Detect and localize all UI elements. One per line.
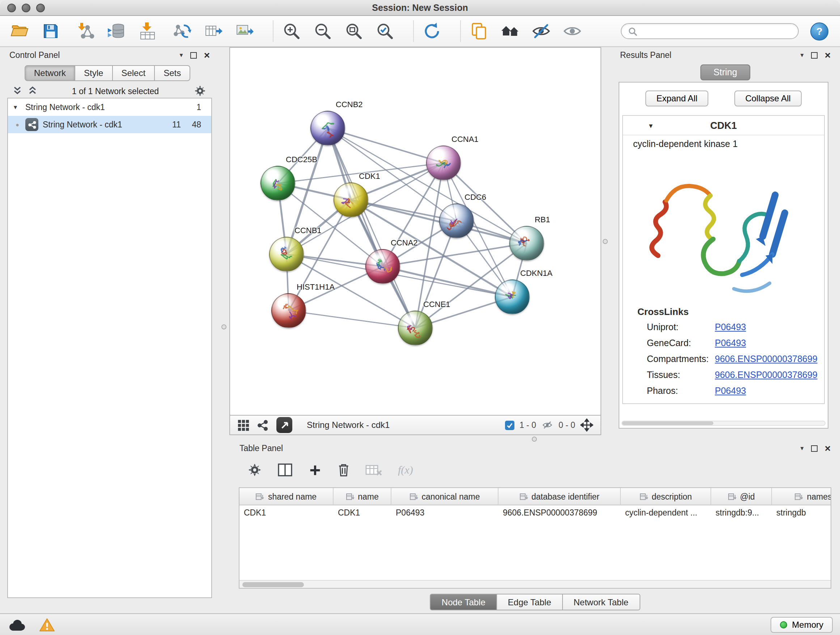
copy-button[interactable] — [467, 19, 491, 43]
splitter-handle[interactable] — [532, 437, 537, 442]
close-panel-icon[interactable]: × — [825, 50, 831, 60]
network-node-cdkn1a[interactable] — [495, 279, 530, 314]
refresh-button[interactable] — [420, 19, 444, 43]
show-all-button[interactable] — [560, 19, 584, 43]
expand-all-button[interactable]: Expand All — [645, 90, 708, 106]
splitter-handle[interactable] — [221, 325, 226, 329]
collapse-panel-icon[interactable]: ▾ — [801, 52, 804, 58]
float-panel-icon[interactable] — [190, 52, 197, 58]
network-node-ccnb1[interactable] — [269, 237, 304, 272]
tab-network[interactable]: Network — [25, 65, 75, 81]
collapse-panel-icon[interactable]: ▾ — [180, 52, 183, 58]
window-close-button[interactable] — [7, 3, 16, 12]
network-node-cdc6[interactable] — [439, 203, 474, 238]
column-header[interactable]: @id — [711, 488, 772, 505]
table-horizontal-scrollbar[interactable] — [240, 580, 831, 588]
tab-network-table[interactable]: Network Table — [563, 594, 640, 610]
section-disclosure-icon[interactable]: ▾ — [649, 121, 653, 129]
import-network-file-button[interactable] — [73, 19, 98, 43]
warnings-button[interactable] — [39, 617, 55, 632]
network-node-cdk1[interactable] — [333, 182, 368, 217]
cloud-status-button[interactable] — [7, 618, 26, 631]
string-results-tab[interactable]: String — [700, 65, 750, 80]
network-collection-row[interactable]: ▾ String Network - cdk1 1 — [8, 98, 211, 116]
gear-icon[interactable] — [194, 85, 206, 97]
export-network-button[interactable] — [170, 19, 195, 43]
hide-selected-button[interactable] — [529, 19, 554, 43]
annotation-mode-button[interactable] — [276, 417, 292, 433]
window-zoom-button[interactable] — [36, 3, 45, 12]
tab-edge-table[interactable]: Edge Table — [497, 594, 563, 610]
network-node-ccna1[interactable] — [426, 146, 461, 180]
export-image-icon — [235, 22, 254, 41]
network-item-row[interactable]: ● String Network - cdk1 11 48 — [8, 116, 211, 133]
export-table-button[interactable] — [201, 19, 226, 43]
float-panel-icon[interactable] — [811, 52, 818, 58]
search-input[interactable] — [642, 26, 791, 36]
network-node-ccnb2[interactable] — [310, 111, 345, 146]
network-node-label: CCNE1 — [423, 300, 450, 309]
network-node-hist1h1a[interactable] — [271, 293, 306, 328]
save-session-button[interactable] — [38, 19, 63, 43]
column-header[interactable]: database identifier — [499, 488, 621, 505]
crosslink-link[interactable]: 9606.ENSP00000378699 — [715, 354, 818, 364]
zoom-out-button[interactable] — [310, 19, 335, 43]
crosslink-link[interactable]: P06493 — [715, 322, 746, 333]
collapse-all-icon[interactable] — [28, 86, 37, 96]
window-minimize-button[interactable] — [22, 3, 30, 12]
memory-button[interactable]: Memory — [770, 616, 833, 632]
share-network-button[interactable] — [257, 419, 269, 431]
import-network-database-button[interactable] — [104, 19, 129, 43]
network-node-ccna2[interactable] — [365, 249, 400, 284]
open-session-button[interactable] — [7, 19, 32, 43]
zoom-fit-button[interactable] — [341, 19, 366, 43]
table-settings-button[interactable] — [248, 463, 262, 477]
pan-move-icon[interactable] — [580, 418, 593, 432]
close-panel-icon[interactable]: × — [825, 443, 831, 453]
crosslink-link[interactable]: 9606.ENSP00000378699 — [715, 370, 818, 380]
network-tree: ▾ String Network - cdk1 1 ● String Netwo… — [7, 98, 212, 598]
selected-checkbox-icon[interactable] — [505, 420, 515, 430]
network-node-rb1[interactable] — [509, 226, 544, 261]
help-button[interactable]: ? — [810, 22, 829, 40]
crosslink-link[interactable]: P06493 — [715, 386, 746, 396]
tab-style[interactable]: Style — [75, 65, 112, 81]
splitter-handle[interactable] — [603, 239, 608, 244]
birdseye-view-button[interactable] — [237, 419, 249, 431]
delete-table-button[interactable] — [365, 463, 383, 477]
zoom-selected-button[interactable] — [373, 19, 397, 43]
column-header[interactable]: name — [333, 488, 392, 505]
float-panel-icon[interactable] — [811, 445, 818, 451]
tab-node-table[interactable]: Node Table — [430, 594, 497, 610]
column-header[interactable]: namespace — [772, 488, 831, 505]
zoom-in-button[interactable] — [279, 19, 304, 43]
expand-all-icon[interactable] — [13, 86, 22, 96]
column-header[interactable]: shared name — [240, 488, 333, 505]
protein-structure-thumbnail — [316, 116, 341, 142]
function-builder-button[interactable]: f(x) — [398, 464, 413, 476]
table-row[interactable]: CDK1 CDK1 P06493 9606.ENSP00000378699 cy… — [240, 505, 831, 521]
close-panel-icon[interactable]: × — [204, 50, 210, 60]
column-header[interactable]: description — [621, 488, 711, 505]
create-column-button[interactable] — [308, 463, 322, 477]
crosslink-link[interactable]: P06493 — [715, 338, 746, 348]
export-image-button[interactable] — [232, 19, 257, 43]
tab-sets[interactable]: Sets — [155, 65, 190, 81]
show-columns-button[interactable] — [277, 463, 293, 477]
column-header[interactable]: canonical name — [392, 488, 499, 505]
control-panel: Control Panel ▾ × Network Style Select S… — [4, 48, 215, 613]
home-button[interactable] — [498, 19, 523, 43]
network-node-cdc25b[interactable] — [261, 166, 295, 201]
tree-disclosure-icon[interactable]: ▾ — [14, 103, 21, 111]
results-horizontal-scrollbar[interactable] — [622, 421, 826, 426]
protein-section-header[interactable]: ▾ CDK1 — [623, 116, 824, 135]
delete-column-button[interactable] — [337, 463, 350, 477]
network-node-label: HIST1H1A — [297, 282, 335, 291]
collapse-all-button[interactable]: Collapse All — [734, 90, 801, 106]
network-node-ccne1[interactable] — [398, 310, 433, 345]
node-table[interactable]: shared name name canonical name database… — [239, 487, 831, 589]
network-canvas[interactable]: CCNB2CCNA1CDC25BCDK1CDC6RB1CCNB1CCNA2CDK… — [229, 47, 601, 416]
import-table-button[interactable] — [135, 19, 160, 43]
collapse-panel-icon[interactable]: ▾ — [801, 445, 804, 451]
tab-select[interactable]: Select — [112, 65, 155, 81]
